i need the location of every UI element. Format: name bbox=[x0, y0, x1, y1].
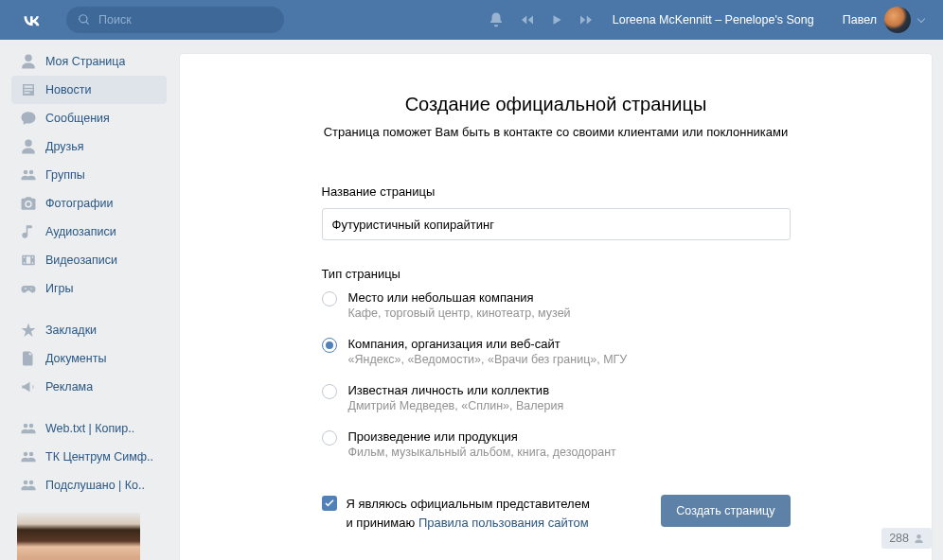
checkbox-icon bbox=[322, 496, 337, 511]
sidebar-item-audio[interactable]: Аудиозаписи bbox=[11, 218, 167, 246]
page-name-input[interactable] bbox=[322, 208, 791, 240]
type-label: Тип страницы bbox=[322, 267, 791, 281]
main-panel: Создание официальной страницы Страница п… bbox=[180, 54, 932, 560]
radio-title: Известная личность или коллектив bbox=[348, 383, 564, 397]
sidebar-item-label: Игры bbox=[45, 282, 73, 295]
sidebar-item-label: Видеозаписи bbox=[45, 254, 117, 267]
sidebar-item-games[interactable]: Игры bbox=[11, 274, 167, 303]
agree-text: Я являюсь официальным представителем и п… bbox=[347, 495, 590, 532]
sidebar-item-profile[interactable]: Моя Страница bbox=[11, 47, 167, 76]
sidebar-item-label: Реклама bbox=[45, 380, 93, 394]
sidebar-item-label: Фотографии bbox=[45, 197, 113, 210]
vk-logo[interactable] bbox=[17, 6, 45, 34]
online-counter[interactable]: 288 bbox=[881, 528, 932, 549]
agree-checkbox[interactable]: Я являюсь официальным представителем и п… bbox=[322, 495, 590, 532]
play-icon[interactable] bbox=[550, 11, 563, 28]
sidebar-item-ads[interactable]: Реклама bbox=[11, 373, 167, 401]
search-input[interactable]: Поиск bbox=[66, 7, 284, 33]
page-type-radio[interactable]: Произведение или продукцияФильм, музыкал… bbox=[322, 429, 791, 459]
sidebar-item-label: Web.txt | Копир.. bbox=[45, 422, 134, 435]
radio-hint: Фильм, музыкальный альбом, книга, дезодо… bbox=[348, 446, 616, 459]
profile-icon bbox=[17, 53, 40, 70]
sidebar-item-groups[interactable]: Группы bbox=[11, 161, 167, 189]
create-page-button[interactable]: Создать страницу bbox=[661, 495, 790, 527]
sidebar-item-label: Друзья bbox=[45, 140, 84, 153]
groups-icon bbox=[17, 166, 40, 184]
page-title: Создание официальной страницы bbox=[180, 94, 932, 115]
page-type-radio[interactable]: Компания, организация или веб-сайт«Яндек… bbox=[322, 337, 791, 366]
header-icons bbox=[488, 11, 596, 28]
sidebar-item-group[interactable]: Подслушано | Ко.. bbox=[11, 471, 167, 499]
avatar bbox=[884, 7, 911, 33]
radio-title: Компания, организация или веб-сайт bbox=[348, 337, 628, 351]
sidebar-item-label: Подслушано | Ко.. bbox=[45, 479, 145, 492]
radio-icon bbox=[322, 430, 337, 446]
sidebar-item-label: Аудиозаписи bbox=[45, 225, 116, 238]
radio-icon bbox=[322, 291, 337, 306]
sidebar-item-label: Закладки bbox=[45, 324, 97, 337]
user-name: Павел bbox=[843, 13, 877, 26]
search-placeholder: Поиск bbox=[98, 13, 132, 26]
group-icon bbox=[17, 448, 40, 465]
sidebar-item-video[interactable]: Видеозаписи bbox=[11, 246, 167, 274]
sidebar: Моя СтраницаНовостиСообщенияДрузьяГруппы… bbox=[11, 40, 167, 560]
video-icon bbox=[17, 252, 40, 269]
news-icon bbox=[17, 81, 40, 98]
radio-title: Произведение или продукция bbox=[348, 429, 616, 444]
sidebar-item-label: ТК Центрум Симф.. bbox=[45, 450, 153, 464]
header: Поиск Loreena McKennitt – Penelope's Son… bbox=[0, 0, 943, 40]
person-icon bbox=[914, 534, 924, 544]
sidebar-item-photos[interactable]: Фотографии bbox=[11, 189, 167, 218]
radio-hint: «Яндекс», «Ведомости», «Врачи без границ… bbox=[348, 353, 628, 366]
radio-icon bbox=[322, 338, 337, 353]
radio-icon bbox=[322, 384, 337, 399]
prev-icon[interactable] bbox=[518, 11, 537, 28]
sidebar-item-group[interactable]: Web.txt | Копир.. bbox=[11, 414, 167, 443]
radio-hint: Кафе, торговый центр, кинотеатр, музей bbox=[348, 306, 571, 320]
friends-icon bbox=[17, 138, 40, 155]
sidebar-item-news[interactable]: Новости bbox=[11, 76, 167, 104]
docs-icon bbox=[17, 350, 40, 367]
radio-title: Место или небольшая компания bbox=[348, 290, 571, 305]
sidebar-item-label: Моя Страница bbox=[45, 55, 125, 68]
sidebar-item-friends[interactable]: Друзья bbox=[11, 132, 167, 161]
sidebar-ad-image[interactable] bbox=[17, 513, 140, 560]
user-menu[interactable]: Павел bbox=[843, 7, 924, 33]
photos-icon bbox=[17, 195, 40, 212]
name-label: Название страницы bbox=[322, 184, 791, 199]
next-icon[interactable] bbox=[577, 11, 596, 28]
games-icon bbox=[17, 280, 40, 297]
sidebar-item-bookmark[interactable]: Закладки bbox=[11, 316, 167, 344]
terms-link[interactable]: Правила пользования сайтом bbox=[418, 516, 589, 530]
bookmark-icon bbox=[17, 322, 40, 339]
page-subtitle: Страница поможет Вам быть в контакте со … bbox=[180, 125, 932, 139]
sidebar-item-messages[interactable]: Сообщения bbox=[11, 104, 167, 132]
sidebar-item-label: Сообщения bbox=[45, 112, 110, 125]
audio-icon bbox=[17, 223, 40, 240]
chevron-down-icon bbox=[917, 14, 925, 22]
radio-hint: Дмитрий Медведев, «Сплин», Валерия bbox=[348, 399, 564, 412]
sidebar-item-label: Группы bbox=[45, 168, 85, 182]
sidebar-item-docs[interactable]: Документы bbox=[11, 344, 167, 373]
ads-icon bbox=[17, 378, 40, 395]
group-icon bbox=[17, 420, 40, 437]
sidebar-item-label: Новости bbox=[45, 83, 91, 96]
sidebar-item-label: Документы bbox=[45, 352, 106, 365]
sidebar-item-group[interactable]: ТК Центрум Симф.. bbox=[11, 443, 167, 471]
bell-icon[interactable] bbox=[488, 11, 505, 28]
now-playing[interactable]: Loreena McKennitt – Penelope's Song bbox=[613, 13, 814, 26]
page-type-radio[interactable]: Место или небольшая компанияКафе, торгов… bbox=[322, 290, 791, 320]
group-icon bbox=[17, 477, 40, 494]
search-icon bbox=[78, 13, 91, 26]
messages-icon bbox=[17, 110, 40, 127]
page-type-radio[interactable]: Известная личность или коллективДмитрий … bbox=[322, 383, 791, 412]
